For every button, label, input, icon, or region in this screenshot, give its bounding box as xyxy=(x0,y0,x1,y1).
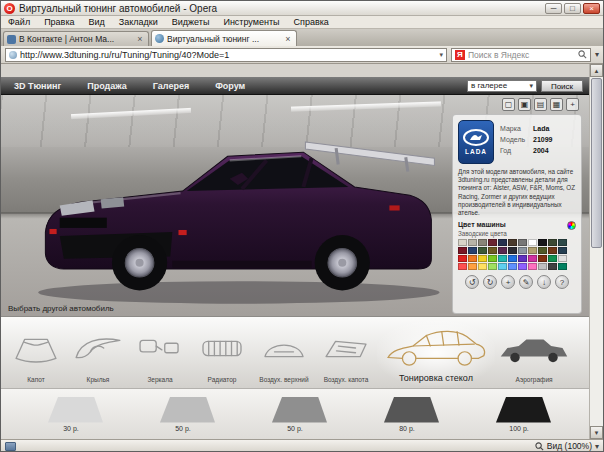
site-search-button[interactable]: Поиск xyxy=(541,80,583,92)
color-swatch[interactable] xyxy=(538,239,547,246)
scroll-up-icon[interactable]: ▲ xyxy=(590,64,603,77)
part-air-top[interactable]: Воздух. верхний xyxy=(253,320,315,386)
rotate-left-icon[interactable]: ↺ xyxy=(465,275,479,289)
close-button[interactable]: × xyxy=(583,3,600,14)
scroll-down-icon[interactable]: ▼ xyxy=(590,426,603,439)
color-swatch[interactable] xyxy=(508,239,517,246)
color-swatch[interactable] xyxy=(528,255,537,262)
color-swatch[interactable] xyxy=(528,247,537,254)
url-dropdown-icon[interactable]: ▾ xyxy=(439,51,443,59)
color-swatch[interactable] xyxy=(498,239,507,246)
searchbar-dropdown-icon[interactable]: ▾ xyxy=(595,50,599,59)
menu-bookmarks[interactable]: Закладки xyxy=(112,17,165,27)
color-swatch[interactable] xyxy=(528,239,537,246)
color-swatch[interactable] xyxy=(498,263,507,270)
scrollbar-thumb[interactable] xyxy=(591,78,602,248)
rotate-right-icon[interactable]: ↻ xyxy=(483,275,497,289)
choose-other-car-link[interactable]: Выбрать другой автомобиль xyxy=(8,304,114,313)
color-swatch[interactable] xyxy=(468,255,477,262)
color-swatch[interactable] xyxy=(468,247,477,254)
tint-option[interactable]: 30 р. xyxy=(15,397,127,432)
color-swatch[interactable] xyxy=(558,263,567,270)
color-swatch[interactable] xyxy=(458,263,467,270)
panel-toggle-icon[interactable] xyxy=(5,442,16,451)
color-swatch[interactable] xyxy=(548,239,557,246)
color-swatch[interactable] xyxy=(488,247,497,254)
menu-widgets[interactable]: Виджеты xyxy=(165,17,217,27)
view-mode-icon[interactable]: ▤ xyxy=(534,98,547,111)
tab-tuning[interactable]: Виртуальный тюнинг ... × xyxy=(151,30,297,46)
tab-close-icon[interactable]: × xyxy=(135,34,145,44)
part-window-tint[interactable]: Тонировка стекол xyxy=(377,320,495,386)
view-mode-icon[interactable]: + xyxy=(566,98,579,111)
search-input[interactable]: Я Поиск в Яндекс xyxy=(451,48,591,62)
tint-swatch[interactable] xyxy=(263,397,327,423)
color-swatch[interactable] xyxy=(538,255,547,262)
car-3d-viewport[interactable]: ▢ ▣ ▤ ▦ + LADA Марка xyxy=(1,95,589,316)
color-swatch[interactable] xyxy=(518,255,527,262)
menu-tools[interactable]: Инструменты xyxy=(216,17,286,27)
color-swatch[interactable] xyxy=(508,263,517,270)
part-hood[interactable]: Капот xyxy=(5,320,67,386)
color-swatch[interactable] xyxy=(538,247,547,254)
edit-icon[interactable]: ✎ xyxy=(519,275,533,289)
view-mode-icon[interactable]: ▣ xyxy=(518,98,531,111)
color-swatch[interactable] xyxy=(478,255,487,262)
color-swatch[interactable] xyxy=(548,247,557,254)
color-swatch[interactable] xyxy=(458,247,467,254)
gallery-search-select[interactable]: в галерее ▾ xyxy=(467,80,537,92)
nav-3d-tuning[interactable]: 3D Тюнинг xyxy=(1,81,74,91)
color-swatch[interactable] xyxy=(508,247,517,254)
color-swatch[interactable] xyxy=(488,239,497,246)
part-airbrush[interactable]: Аэрография xyxy=(495,320,573,386)
tint-option[interactable]: 50 р. xyxy=(127,397,239,432)
zoom-control[interactable]: Вид (100%) ▾ xyxy=(535,441,599,451)
color-swatch[interactable] xyxy=(498,255,507,262)
color-swatch[interactable] xyxy=(518,239,527,246)
color-swatch[interactable] xyxy=(458,239,467,246)
menu-file[interactable]: Файл xyxy=(1,17,37,27)
nav-forum[interactable]: Форум xyxy=(202,81,258,91)
part-mirrors[interactable]: Зеркала xyxy=(129,320,191,386)
color-swatch[interactable] xyxy=(558,247,567,254)
url-input[interactable]: http://www.3dtuning.ru/ru/Tuning/Tuning/… xyxy=(5,48,447,62)
color-swatch[interactable] xyxy=(508,255,517,262)
page-scrollbar[interactable]: ▲ ▼ xyxy=(589,64,603,439)
view-mode-icon[interactable]: ▦ xyxy=(550,98,563,111)
color-swatch[interactable] xyxy=(478,263,487,270)
color-swatch[interactable] xyxy=(478,247,487,254)
part-fenders[interactable]: Крылья xyxy=(67,320,129,386)
minimize-button[interactable]: ─ xyxy=(545,3,562,14)
add-icon[interactable]: + xyxy=(501,275,515,289)
color-swatch[interactable] xyxy=(518,247,527,254)
color-swatch[interactable] xyxy=(548,263,557,270)
color-swatch[interactable] xyxy=(468,239,477,246)
part-air-hood[interactable]: Воздух. капота xyxy=(315,320,377,386)
help-icon[interactable]: ? xyxy=(555,275,569,289)
color-swatch[interactable] xyxy=(458,255,467,262)
car-render[interactable] xyxy=(29,107,459,312)
menu-help[interactable]: Справка xyxy=(287,17,336,27)
color-swatch[interactable] xyxy=(548,255,557,262)
tint-option[interactable]: 50 р. xyxy=(239,397,351,432)
color-swatch[interactable] xyxy=(558,255,567,262)
tab-vkontakte[interactable]: В Контакте | Антон Ма... × xyxy=(3,31,149,46)
tint-swatch[interactable] xyxy=(39,397,103,423)
nav-gallery[interactable]: Галерея xyxy=(140,81,202,91)
tint-option[interactable]: 100 р. xyxy=(463,397,575,432)
nav-sale[interactable]: Продажа xyxy=(74,81,140,91)
part-radiator[interactable]: Радиатор xyxy=(191,320,253,386)
color-swatch[interactable] xyxy=(478,239,487,246)
color-swatch[interactable] xyxy=(528,263,537,270)
color-swatch[interactable] xyxy=(488,255,497,262)
tint-option[interactable]: 80 р. xyxy=(351,397,463,432)
view-mode-icon[interactable]: ▢ xyxy=(502,98,515,111)
color-swatch[interactable] xyxy=(498,247,507,254)
color-swatch[interactable] xyxy=(468,263,477,270)
color-swatch[interactable] xyxy=(488,263,497,270)
menu-edit[interactable]: Правка xyxy=(37,17,81,27)
tint-swatch[interactable] xyxy=(151,397,215,423)
color-swatch[interactable] xyxy=(538,263,547,270)
palette-icon[interactable] xyxy=(567,221,576,230)
tab-close-icon[interactable]: × xyxy=(283,34,293,44)
